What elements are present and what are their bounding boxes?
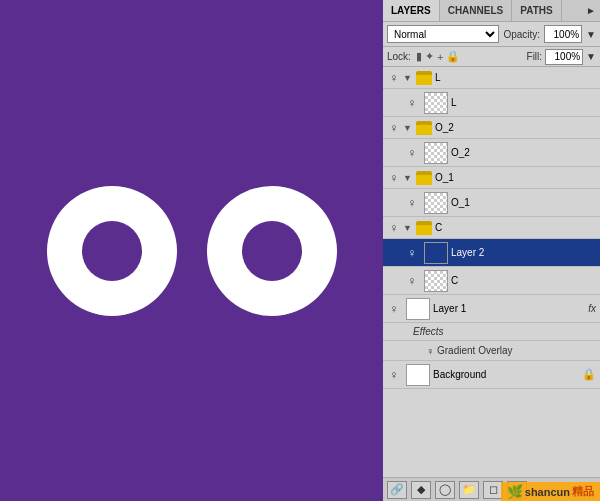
effects-header: Effects [383,323,600,341]
layer-thumbnail [406,298,430,320]
lock-move-icon[interactable]: + [437,51,443,63]
opacity-arrow[interactable]: ▼ [586,29,596,40]
folder-icon [416,121,432,135]
layer-name: L [451,97,598,108]
lock-position-icon[interactable]: ✦ [425,50,434,63]
watermark-suffix: 精品 [572,484,594,499]
layer-name: Background [433,369,582,380]
layer-item[interactable]: ♀ ▼ L [383,67,600,89]
visibility-icon[interactable]: ♀ [385,300,403,318]
visibility-icon[interactable]: ♀ [403,144,421,162]
layer-thumbnail [424,242,448,264]
panel-menu-arrow[interactable]: ► [582,2,600,19]
layer-name: O_1 [451,197,598,208]
effect-name: Gradient Overlay [437,345,513,356]
layer-thumbnail [424,92,448,114]
visibility-icon[interactable]: ♀ [385,169,403,187]
expand-icon[interactable]: ▼ [403,223,413,233]
gradient-overlay-item[interactable]: ♀ Gradient Overlay [383,341,600,361]
layer-item[interactable]: ♀ O_1 [383,189,600,217]
visibility-icon[interactable]: ♀ [403,94,421,112]
add-style-button[interactable]: ◆ [411,481,431,499]
visibility-icon[interactable]: ♀ [385,366,403,384]
lock-badge-icon: 🔒 [582,368,596,381]
new-group-button[interactable]: 📁 [459,481,479,499]
watermark: 🌿 shancun 精品 [501,482,600,501]
layer-item[interactable]: ♀ C [383,267,600,295]
visibility-icon[interactable]: ♀ [403,244,421,262]
watermark-brand: shancun [525,486,570,498]
blend-mode-select[interactable]: Normal Multiply Screen [387,25,499,43]
visibility-icon[interactable]: ♀ [385,219,403,237]
expand-icon[interactable]: ▼ [403,73,413,83]
effects-label: Effects [413,326,444,337]
fill-label: Fill: [527,51,543,62]
right-eye-inner [242,221,302,281]
visibility-icon[interactable]: ♀ [403,272,421,290]
canvas [0,0,383,501]
visibility-icon[interactable]: ♀ [423,342,437,360]
folder-icon [416,221,432,235]
tab-paths[interactable]: PATHS [512,0,561,21]
layer-name: L [435,72,598,83]
layer-name: O_2 [451,147,598,158]
tabs-bar: LAYERS CHANNELS PATHS ► [383,0,600,22]
fill-arrow[interactable]: ▼ [586,51,596,62]
add-mask-button[interactable]: ◯ [435,481,455,499]
layer-item[interactable]: ♀ ▼ O_2 [383,117,600,139]
lock-label: Lock: [387,51,411,62]
layer-item[interactable]: ♀ O_2 [383,139,600,167]
lock-row: Lock: ▮ ✦ + 🔒 Fill: ▼ [383,47,600,67]
tab-channels[interactable]: CHANNELS [440,0,513,21]
fill-input[interactable] [545,49,583,65]
blend-mode-row: Normal Multiply Screen Opacity: ▼ [383,22,600,47]
visibility-icon[interactable]: ♀ [403,194,421,212]
left-eye-inner [82,221,142,281]
left-eye [47,186,177,316]
layer-name: O_2 [435,122,598,133]
expand-icon[interactable]: ▼ [403,123,413,133]
tab-layers[interactable]: LAYERS [383,0,440,21]
layer-item-layer2[interactable]: ♀ Layer 2 [383,239,600,267]
layer-item[interactable]: ♀ L [383,89,600,117]
right-eye [207,186,337,316]
lock-all-icon[interactable]: 🔒 [446,50,460,63]
visibility-icon[interactable]: ♀ [385,119,403,137]
layer-thumbnail [424,270,448,292]
fx-badge: fx [588,303,596,314]
layer-thumbnail [424,192,448,214]
layer-name: O_1 [435,172,598,183]
lock-pixel-icon[interactable]: ▮ [416,50,422,63]
link-layers-button[interactable]: 🔗 [387,481,407,499]
expand-icon[interactable]: ▼ [403,173,413,183]
folder-icon [416,71,432,85]
layer-name: Layer 1 [433,303,588,314]
layer-name: Layer 2 [451,247,598,258]
layer-name: C [435,222,598,233]
watermark-logo: 🌿 [507,484,523,499]
layers-list: ♀ ▼ L ♀ L ♀ ▼ O_2 ♀ O_2 [383,67,600,477]
layer-thumbnail [406,364,430,386]
panels-area: LAYERS CHANNELS PATHS ► Normal Multiply … [383,0,600,501]
layer-item[interactable]: ♀ ▼ O_1 [383,167,600,189]
opacity-label: Opacity: [503,29,540,40]
layer-item[interactable]: ♀ ▼ C [383,217,600,239]
folder-icon [416,171,432,185]
layer-item-layer1[interactable]: ♀ Layer 1 fx [383,295,600,323]
layer-name: C [451,275,598,286]
layer-item-background[interactable]: ♀ Background 🔒 [383,361,600,389]
opacity-input[interactable] [544,25,582,43]
layer-thumbnail [424,142,448,164]
visibility-icon[interactable]: ♀ [385,69,403,87]
